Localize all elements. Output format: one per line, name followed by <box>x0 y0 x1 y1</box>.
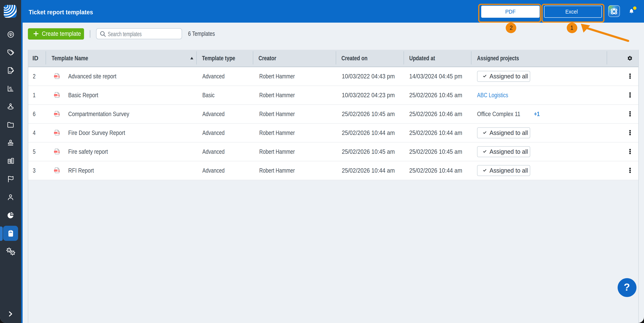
svg-text:PDF: PDF <box>54 76 58 78</box>
svg-text:PDF: PDF <box>54 113 58 115</box>
svg-text:PDF: PDF <box>54 132 58 134</box>
svg-text:PDF: PDF <box>54 151 58 153</box>
svg-text:PDF: PDF <box>54 170 58 172</box>
svg-text:PDF: PDF <box>54 94 58 96</box>
